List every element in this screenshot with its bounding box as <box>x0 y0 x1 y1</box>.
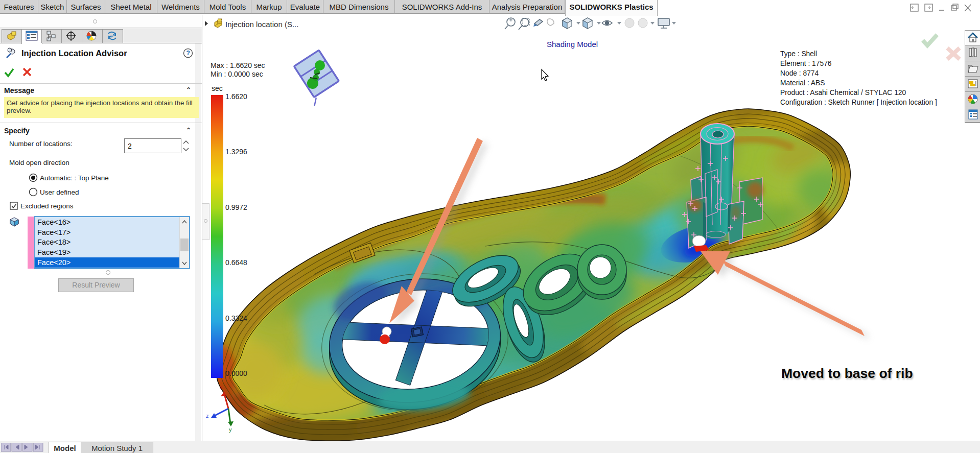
svg-text:sec: sec <box>212 84 223 92</box>
svg-text:Type : Shell: Type : Shell <box>780 50 817 58</box>
svg-text:Max : 1.6620 sec: Max : 1.6620 sec <box>211 61 265 69</box>
svg-text:Injection location (S...: Injection location (S... <box>225 20 298 29</box>
svg-text:0.0000: 0.0000 <box>225 369 247 377</box>
svg-text:Configuration : Sketch Runner: Configuration : Sketch Runner [ Injectio… <box>780 99 937 106</box>
svg-text:Product : Asahi Chemical / STY: Product : Asahi Chemical / STYLAC 120 <box>780 89 906 97</box>
svg-text:Moved to base of rib: Moved to base of rib <box>781 366 913 381</box>
svg-text:?: ? <box>186 50 190 57</box>
svg-text:Node : 8774: Node : 8774 <box>780 69 819 77</box>
svg-text:0.9972: 0.9972 <box>225 203 247 211</box>
svg-text:P: P <box>110 34 113 39</box>
svg-text:x: x <box>220 384 223 390</box>
svg-text:1.3296: 1.3296 <box>225 148 247 156</box>
svg-text:z: z <box>206 413 209 419</box>
svg-text:0.6648: 0.6648 <box>225 258 247 267</box>
svg-text:0.3324: 0.3324 <box>225 314 247 322</box>
svg-text:1.6620: 1.6620 <box>225 92 247 101</box>
svg-text:Element : 17576: Element : 17576 <box>780 60 832 67</box>
svg-text:Shading Model: Shading Model <box>547 40 598 49</box>
svg-text:y: y <box>229 426 232 433</box>
svg-text:Min : 0.0000 sec: Min : 0.0000 sec <box>211 70 263 78</box>
svg-text:Material : ABS: Material : ABS <box>780 79 825 87</box>
